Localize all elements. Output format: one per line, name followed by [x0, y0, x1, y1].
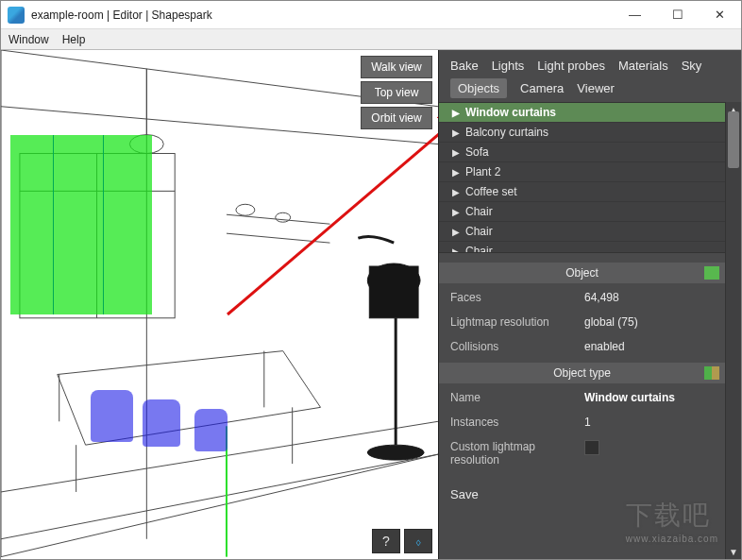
tabs-row-2: Objects Camera Viewer: [439, 76, 741, 102]
caret-icon: ▶: [452, 187, 460, 197]
walk-view-button[interactable]: Walk view: [361, 56, 432, 78]
caret-icon: ▶: [452, 167, 460, 178]
view-buttons: Walk view Top view Orbit view: [361, 56, 432, 129]
svg-point-10: [236, 204, 255, 215]
caret-icon: ▶: [452, 127, 460, 138]
scrollbar[interactable]: ▲ ▼: [725, 102, 741, 559]
tree-item[interactable]: ▶Sofa: [439, 143, 725, 162]
lightmap-label: Lightmap resolution: [450, 315, 584, 329]
tree-item-selected[interactable]: ▶Window curtains: [439, 103, 725, 123]
object-properties: Faces 64,498 Lightmap resolution global …: [450, 291, 718, 353]
tree-item-label: Plant 2: [465, 165, 500, 178]
svg-line-9: [227, 233, 330, 243]
tree-item-label: Window curtains: [465, 106, 556, 119]
tree-item-label: Balcony curtains: [465, 126, 548, 139]
titlebar: example-room | Editor | Shapespark — ☐ ✕: [1, 1, 741, 29]
svg-point-24: [367, 445, 424, 460]
viewport-bottom-buttons: ? ⬨: [372, 529, 432, 553]
section-object-header: Object: [439, 263, 725, 283]
caret-icon: ▶: [452, 147, 460, 158]
cube-icon[interactable]: ⬨: [404, 529, 432, 553]
tab-bake[interactable]: Bake: [450, 59, 479, 73]
scroll-thumb[interactable]: [728, 111, 739, 168]
instances-value: 1: [584, 416, 718, 429]
tree-item[interactable]: ▶Balcony curtains: [439, 123, 725, 143]
tree-item-label: Chair: [465, 225, 493, 238]
tab-objects[interactable]: Objects: [450, 78, 507, 98]
tab-viewer[interactable]: Viewer: [577, 81, 615, 95]
custom-lightmap-label: Custom lightmap resolution: [450, 440, 584, 467]
help-icon[interactable]: ?: [372, 529, 400, 553]
caret-icon: ▶: [452, 246, 460, 254]
scroll-down-icon[interactable]: ▼: [726, 544, 741, 559]
type-color-swatch[interactable]: [704, 366, 719, 380]
name-value[interactable]: Window curtains: [584, 391, 718, 404]
collisions-label: Collisions: [450, 340, 584, 353]
save-button[interactable]: Save: [450, 487, 479, 501]
tree-item[interactable]: ▶Chair: [439, 242, 725, 253]
menu-help[interactable]: Help: [62, 33, 86, 46]
app-icon: [8, 7, 25, 24]
tree-item[interactable]: ▶Coffee set: [439, 182, 725, 202]
window-title: example-room | Editor | Shapespark: [31, 8, 614, 22]
collisions-value[interactable]: enabled: [584, 340, 718, 353]
svg-line-8: [227, 214, 330, 224]
custom-lightmap-checkbox[interactable]: [584, 440, 718, 467]
viewport-3d[interactable]: Walk view Top view Orbit view ? ⬨: [1, 50, 439, 559]
tabs-row-1: Bake Lights Light probes Materials Sky: [439, 50, 741, 76]
lightmap-value[interactable]: global (75): [584, 315, 718, 329]
caret-icon: ▶: [452, 108, 460, 118]
tree-item-label: Chair: [465, 245, 493, 253]
tree-item[interactable]: ▶Chair: [439, 222, 725, 242]
tab-light-probes[interactable]: Light probes: [537, 59, 605, 73]
caret-icon: ▶: [452, 227, 460, 237]
svg-rect-22: [369, 266, 418, 318]
scene-chair: [194, 409, 228, 451]
scene-chair: [91, 390, 133, 442]
scene-chair: [143, 399, 180, 447]
object-color-swatch[interactable]: [704, 266, 719, 280]
tree-item[interactable]: ▶Plant 2: [439, 162, 725, 182]
highlighted-object-curtains: [10, 135, 152, 314]
faces-value: 64,498: [584, 291, 718, 304]
tree-item[interactable]: ▶Chair: [439, 202, 725, 222]
top-view-button[interactable]: Top view: [361, 81, 432, 104]
inspector-panel: Bake Lights Light probes Materials Sky O…: [439, 50, 741, 559]
faces-label: Faces: [450, 291, 584, 304]
tree-item-label: Chair: [465, 205, 493, 218]
panel-body: ▶Window curtains ▶Balcony curtains ▶Sofa…: [439, 102, 741, 559]
tab-sky[interactable]: Sky: [682, 59, 702, 73]
tab-lights[interactable]: Lights: [492, 59, 525, 73]
section-type-header: Object type: [439, 363, 725, 383]
menubar: Window Help: [1, 29, 741, 50]
section-object-label: Object: [565, 266, 599, 280]
tab-materials[interactable]: Materials: [618, 59, 668, 73]
main-area: Walk view Top view Orbit view ? ⬨ Bake L…: [1, 50, 741, 559]
tab-camera[interactable]: Camera: [520, 81, 564, 95]
checkbox-icon[interactable]: [584, 440, 599, 455]
caret-icon: ▶: [452, 207, 460, 217]
object-tree[interactable]: ▶Window curtains ▶Balcony curtains ▶Sofa…: [439, 102, 725, 253]
maximize-button[interactable]: ☐: [656, 1, 699, 29]
name-label: Name: [450, 391, 584, 404]
save-bar: Save: [439, 480, 725, 509]
tree-item-label: Sofa: [465, 145, 489, 159]
instances-label: Instances: [450, 416, 584, 429]
orbit-view-button[interactable]: Orbit view: [361, 107, 432, 129]
svg-line-18: [1, 454, 438, 539]
svg-point-11: [276, 212, 291, 222]
close-button[interactable]: ✕: [699, 1, 741, 29]
minimize-button[interactable]: —: [614, 1, 656, 29]
section-type-label: Object type: [553, 366, 611, 380]
type-properties: Name Window curtains Instances 1 Custom …: [450, 391, 718, 467]
tree-item-label: Coffee set: [465, 185, 516, 198]
menu-window[interactable]: Window: [8, 33, 49, 46]
